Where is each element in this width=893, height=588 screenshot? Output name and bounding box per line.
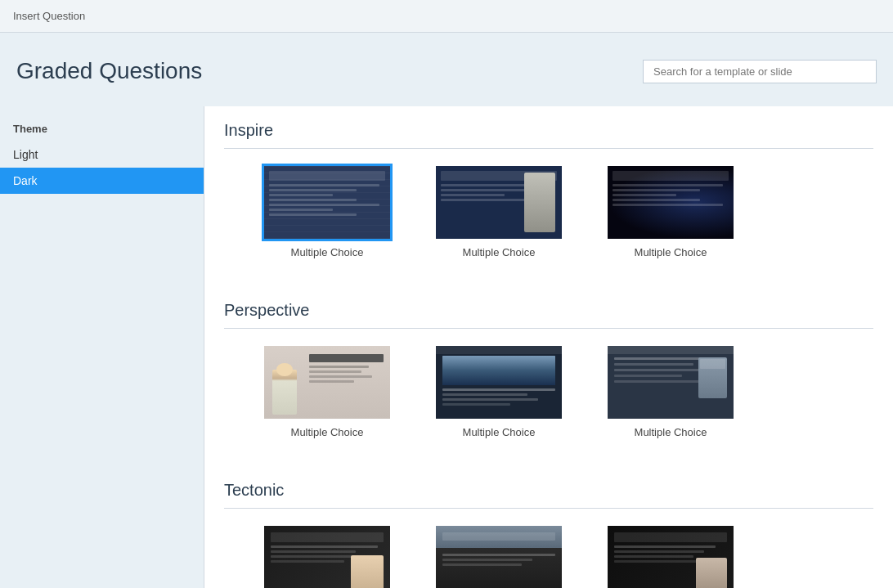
inspire-divider — [224, 148, 873, 149]
content-area: Inspire — [204, 106, 893, 588]
template-inspire-3[interactable]: Multiple Choice — [597, 164, 744, 258]
insert-question-label: Insert Question — [13, 10, 85, 22]
template-perspective-1[interactable]: Multiple Choice — [254, 343, 401, 438]
search-input[interactable] — [643, 60, 877, 83]
tectonic-section: Tectonic — [204, 466, 893, 588]
tectonic-section-title: Tectonic — [204, 466, 893, 508]
perspective-section-title: Perspective — [204, 286, 893, 328]
inspire-2-thumb[interactable] — [433, 164, 564, 241]
tectonic-divider — [224, 508, 873, 509]
perspective-3-label: Multiple Choice — [597, 426, 744, 438]
perspective-3-thumb[interactable] — [605, 343, 736, 421]
template-tectonic-1[interactable]: Multiple Choice — [254, 523, 401, 588]
page-title: Graded Questions — [16, 58, 202, 84]
sidebar-item-light-label: Light — [13, 148, 38, 161]
perspective-1-thumb[interactable] — [262, 343, 393, 421]
tectonic-grid: Multiple Choice — [204, 523, 893, 588]
perspective-2-label: Multiple Choice — [425, 426, 572, 438]
perspective-1-label: Multiple Choice — [254, 426, 401, 438]
sidebar-item-light[interactable]: Light — [0, 141, 204, 168]
tectonic-2-thumb[interactable] — [433, 523, 564, 588]
inspire-1-thumb[interactable] — [262, 164, 393, 241]
template-tectonic-2[interactable]: Multiple Choice — [425, 523, 572, 588]
tectonic-1-thumb[interactable] — [262, 523, 393, 588]
sidebar-item-dark[interactable]: Dark — [0, 168, 204, 194]
perspective-section: Perspective — [204, 286, 893, 466]
theme-label: Theme — [0, 119, 204, 141]
template-tectonic-3[interactable]: Multiple Choice — [597, 523, 744, 588]
template-perspective-3[interactable]: Multiple Choice — [597, 343, 744, 438]
inspire-3-label: Multiple Choice — [597, 246, 744, 258]
inspire-section-title: Inspire — [204, 106, 893, 148]
perspective-grid: Multiple Choice — [204, 343, 893, 466]
inspire-section: Inspire — [204, 106, 893, 286]
inspire-1-label: Multiple Choice — [254, 246, 401, 258]
inspire-3-thumb[interactable] — [605, 164, 736, 241]
inspire-2-label: Multiple Choice — [425, 246, 572, 258]
sidebar: Theme Light Dark — [0, 106, 204, 588]
template-perspective-2[interactable]: Multiple Choice — [425, 343, 572, 438]
sidebar-item-dark-label: Dark — [13, 174, 38, 187]
tectonic-3-thumb[interactable] — [605, 523, 736, 588]
header: Graded Questions — [0, 33, 893, 106]
template-inspire-1[interactable]: Multiple Choice — [254, 164, 401, 258]
main-layout: Theme Light Dark Inspire — [0, 106, 893, 588]
perspective-divider — [224, 328, 873, 329]
template-inspire-2[interactable]: Multiple Choice — [425, 164, 572, 258]
perspective-2-thumb[interactable] — [433, 343, 564, 421]
top-bar: Insert Question — [0, 0, 893, 33]
inspire-grid: Multiple Choice — [204, 164, 893, 286]
